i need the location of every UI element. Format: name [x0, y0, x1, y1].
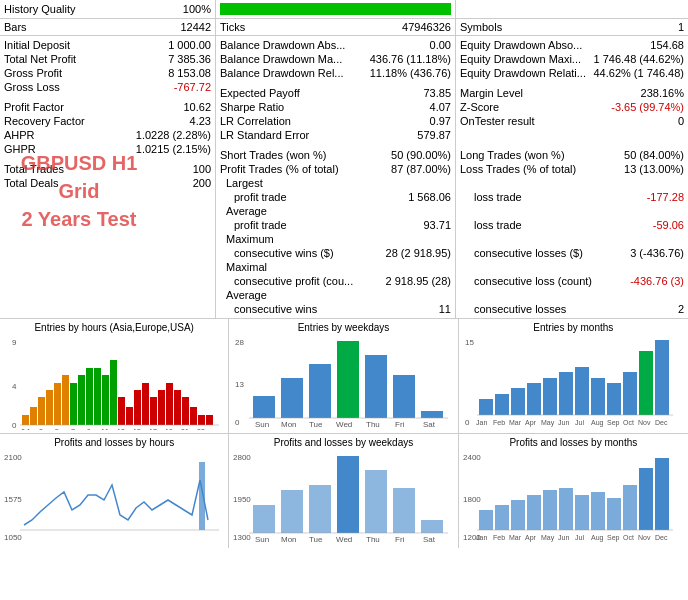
svg-text:Mar: Mar — [509, 419, 522, 426]
svg-text:5: 5 — [55, 428, 59, 430]
avg-cons-losses-value: 2 — [678, 303, 684, 316]
svg-text:Jan: Jan — [476, 419, 487, 426]
chart5-svg: 2800 1950 1300 Sun Mon Tue Wed Thu Fri S… — [233, 450, 451, 545]
avg-cons-wins-value: 11 — [439, 303, 451, 316]
svg-rect-96 — [337, 456, 359, 533]
profit-factor-label: Profit Factor — [4, 101, 183, 114]
svg-text:0: 0 — [235, 418, 240, 427]
margin-level-value: 238.16% — [641, 87, 684, 100]
svg-text:1300: 1300 — [233, 533, 251, 542]
expected-payoff-value: 73.85 — [423, 87, 451, 100]
svg-rect-115 — [543, 490, 557, 530]
svg-text:Sat: Sat — [423, 420, 436, 429]
svg-rect-62 — [511, 388, 525, 415]
history-quality-label: History Quality — [4, 3, 183, 16]
svg-text:4: 4 — [12, 382, 17, 391]
bal-dd-abs-value: 0.00 — [430, 39, 451, 52]
bal-dd-max-value: 436.76 (11.18%) — [370, 53, 451, 66]
svg-rect-88 — [199, 462, 205, 530]
recovery-factor-value: 4.23 — [190, 115, 211, 128]
svg-text:Dec: Dec — [655, 419, 668, 426]
svg-text:Fri: Fri — [395, 535, 405, 544]
chart3-svg: 15 0 Jan Feb Mar Apr — [463, 335, 681, 430]
lr-correlation-label: LR Correlation — [220, 115, 430, 128]
svg-text:0: 0 — [465, 418, 470, 427]
average-profit-trade-label: profit trade — [220, 219, 423, 232]
avg-cons-losses-label: consecutive losses — [460, 303, 678, 316]
total-trades-label: Total Trades — [4, 163, 193, 176]
svg-rect-9 — [70, 383, 77, 425]
largest-label: Largest — [220, 177, 451, 190]
svg-rect-49 — [421, 411, 443, 418]
svg-rect-61 — [495, 394, 509, 415]
total-deals-label: Total Deals — [4, 177, 193, 190]
top-charts-row: Entries by hours (Asia,Europe,USA) 9 4 0 — [0, 319, 688, 434]
svg-text:Nov: Nov — [638, 419, 651, 426]
eq-dd-max-value: 1 746.48 (44.62%) — [593, 53, 684, 66]
ticks-value: 47946326 — [402, 21, 451, 34]
max-cons-wins-count-label: consecutive profit (cou... — [220, 275, 386, 288]
chart1-title: Entries by hours (Asia,Europe,USA) — [4, 322, 224, 333]
col2-header — [215, 0, 455, 18]
chart4-svg: 2100 1575 1050 — [4, 450, 222, 545]
col3-header — [455, 0, 688, 18]
lr-correlation-value: 0.97 — [430, 115, 451, 128]
svg-rect-119 — [607, 498, 621, 530]
max-cons-losses-count-value: -436.76 (3) — [630, 275, 684, 288]
svg-rect-70 — [639, 351, 653, 415]
on-tester-result-value: 0 — [678, 115, 684, 128]
total-net-profit-label: Total Net Profit — [4, 53, 168, 66]
eq-dd-rel-value: 44.62% (1 746.48) — [593, 67, 684, 80]
svg-rect-3 — [22, 415, 29, 425]
bars-label: Bars — [4, 21, 180, 34]
sharpe-ratio-value: 4.07 — [430, 101, 451, 114]
ghpr-value: 1.0215 (2.15%) — [136, 143, 211, 156]
long-trades-value: 50 (84.00%) — [624, 149, 684, 162]
svg-rect-22 — [174, 390, 181, 425]
svg-text:1950: 1950 — [233, 495, 251, 504]
svg-text:1050: 1050 — [4, 533, 22, 542]
chart-entries-hours: Entries by hours (Asia,Europe,USA) 9 4 0 — [0, 319, 229, 433]
svg-rect-121 — [639, 468, 653, 530]
svg-text:Sep: Sep — [607, 419, 620, 427]
svg-text:Mon: Mon — [281, 420, 297, 429]
svg-rect-17 — [134, 390, 141, 425]
svg-rect-15 — [118, 397, 125, 425]
gross-profit-label: Gross Profit — [4, 67, 168, 80]
eq-dd-rel-label: Equity Drawdown Relati... — [460, 67, 593, 80]
bal-dd-rel-value: 11.18% (436.76) — [370, 67, 451, 80]
svg-text:Oct: Oct — [623, 534, 634, 541]
svg-rect-44 — [281, 378, 303, 418]
svg-text:Apr: Apr — [525, 419, 537, 427]
svg-text:Apr: Apr — [525, 534, 537, 542]
svg-text:Aug: Aug — [591, 419, 604, 427]
z-score-label: Z-Score — [460, 101, 611, 114]
average-label: Average — [220, 205, 451, 218]
chart5-title: Profits and losses by weekdays — [233, 437, 453, 448]
profit-trades-label: Profit Trades (% of total) — [220, 163, 391, 176]
svg-text:Fri: Fri — [395, 420, 405, 429]
bal-dd-abs-label: Balance Drawdown Abs... — [220, 39, 430, 52]
svg-text:Jun: Jun — [558, 419, 569, 426]
history-quality-value: 100% — [183, 3, 211, 16]
svg-text:2100: 2100 — [4, 453, 22, 462]
eq-dd-abs-value: 154.68 — [650, 39, 684, 52]
progress-bar — [220, 3, 451, 15]
svg-text:Tue: Tue — [309, 535, 323, 544]
margin-level-label: Margin Level — [460, 87, 641, 100]
expected-payoff-label: Expected Payoff — [220, 87, 423, 100]
svg-rect-12 — [94, 368, 101, 425]
svg-text:11: 11 — [101, 428, 109, 430]
svg-text:15: 15 — [133, 428, 141, 430]
stats-col1: Initial Deposit1 000.00 Total Net Profit… — [0, 36, 215, 318]
svg-rect-63 — [527, 383, 541, 415]
svg-rect-111 — [479, 510, 493, 530]
svg-rect-65 — [559, 372, 573, 415]
max-cons-wins-count-value: 2 918.95 (28) — [386, 275, 451, 288]
chart-pnl-months: Profits and losses by months 2400 1800 1… — [459, 434, 688, 548]
largest-profit-trade-label: profit trade — [220, 191, 408, 204]
svg-rect-95 — [309, 485, 331, 533]
ahpr-label: AHPR — [4, 129, 136, 142]
svg-rect-21 — [166, 383, 173, 425]
bars-row: Bars 12442 — [0, 19, 215, 35]
